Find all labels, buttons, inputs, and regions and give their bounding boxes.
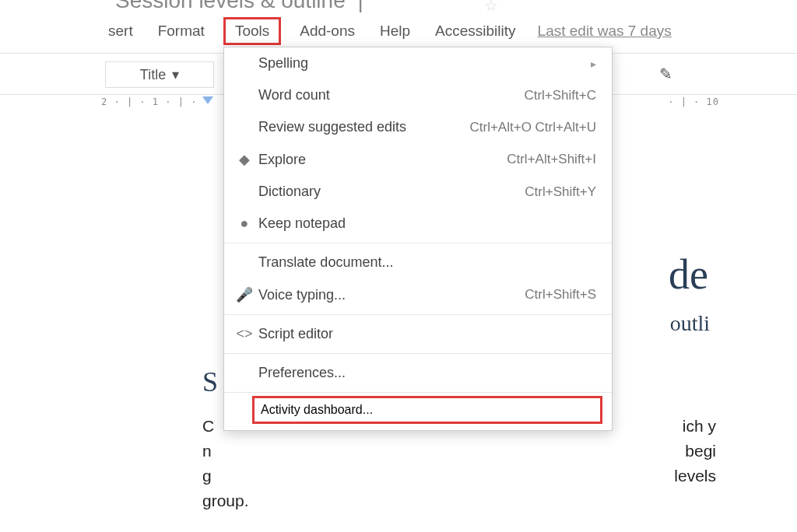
divider [224, 392, 612, 393]
para-frag: group. [202, 488, 249, 513]
divider [224, 243, 612, 243]
activity-label: Activity dashboard... [261, 403, 373, 416]
pencil-icon[interactable]: ✎ [659, 65, 672, 83]
para-frag: n [202, 439, 212, 464]
explore-shortcut: Ctrl+Alt+Shift+I [507, 152, 596, 167]
indent-marker-icon[interactable] [202, 96, 213, 104]
menu-translate[interactable]: Translate document... [224, 247, 612, 278]
last-edit-link[interactable]: Last edit was 7 days [538, 23, 672, 40]
heading-fragment: de [669, 250, 708, 299]
section-letter: S [202, 366, 218, 398]
menu-help[interactable]: Help [377, 21, 413, 41]
menu-keep-notepad[interactable]: ● Keep notepad [224, 208, 612, 240]
doc-title: Session levels & outline | [115, 0, 370, 13]
ruler-left: 2 · | · 1 · | · [101, 96, 197, 107]
menu-word-count[interactable]: Word count Ctrl+Shift+C [224, 79, 612, 111]
explore-icon: ◆ [233, 151, 255, 168]
microphone-icon: 🎤 [233, 286, 255, 303]
menu-review-edits[interactable]: Review suggested edits Ctrl+Alt+O Ctrl+A… [224, 111, 612, 143]
explore-label: Explore [255, 152, 507, 168]
menubar: sert Format Tools Add-ons Help Accessibi… [105, 20, 672, 42]
menu-voice-typing[interactable]: 🎤 Voice typing... Ctrl+Shift+S [224, 278, 612, 311]
para-frag: ich y [683, 414, 716, 439]
keep-label: Keep notepad [255, 215, 596, 232]
menu-activity-dashboard[interactable]: Activity dashboard... [252, 396, 602, 424]
chevron-right-icon: ▸ [591, 58, 596, 70]
ruler-right: · | · 10 [668, 96, 719, 107]
title-divider: | [358, 0, 363, 12]
translate-label: Translate document... [255, 254, 596, 271]
menu-script-editor[interactable]: <> Script editor [224, 318, 612, 350]
tools-dropdown: Spelling ▸ Word count Ctrl+Shift+C Revie… [223, 47, 613, 431]
star-icon[interactable]: ☆ [484, 0, 498, 15]
menu-explore[interactable]: ◆ Explore Ctrl+Alt+Shift+I [224, 143, 612, 176]
menu-preferences[interactable]: Preferences... [224, 357, 612, 389]
menu-tools[interactable]: Tools [223, 17, 281, 45]
para-frag: g [202, 464, 212, 488]
menu-spelling[interactable]: Spelling ▸ [224, 47, 612, 79]
divider [224, 353, 612, 354]
menu-dictionary[interactable]: Dictionary Ctrl+Shift+Y [224, 176, 612, 208]
word-count-label: Word count [255, 87, 524, 103]
style-dropdown[interactable]: Title ▾ [105, 61, 214, 88]
script-label: Script editor [255, 326, 596, 342]
code-icon: <> [233, 326, 255, 342]
style-label: Title [140, 67, 166, 83]
chevron-down-icon: ▾ [172, 66, 179, 83]
dictionary-shortcut: Ctrl+Shift+Y [525, 184, 596, 200]
para-frag: C [202, 414, 214, 439]
voice-label: Voice typing... [255, 287, 525, 303]
subheading-fragment: outli [670, 311, 710, 336]
menu-insert[interactable]: sert [105, 21, 136, 41]
lightbulb-icon: ● [233, 215, 255, 232]
review-label: Review suggested edits [255, 119, 470, 135]
voice-shortcut: Ctrl+Shift+S [525, 287, 596, 303]
para-frag: levels [674, 464, 716, 488]
menu-accessibility[interactable]: Accessibility [432, 21, 518, 41]
dictionary-label: Dictionary [255, 184, 525, 200]
preferences-label: Preferences... [255, 365, 596, 381]
doc-title-text: Session levels & outline [115, 0, 346, 12]
word-count-shortcut: Ctrl+Shift+C [524, 88, 596, 103]
review-shortcut: Ctrl+Alt+O Ctrl+Alt+U [470, 120, 597, 135]
para-frag: begi [685, 439, 716, 464]
menu-format[interactable]: Format [155, 21, 208, 41]
menu-addons[interactable]: Add-ons [297, 21, 358, 41]
divider [224, 314, 612, 315]
spelling-label: Spelling [255, 55, 591, 72]
